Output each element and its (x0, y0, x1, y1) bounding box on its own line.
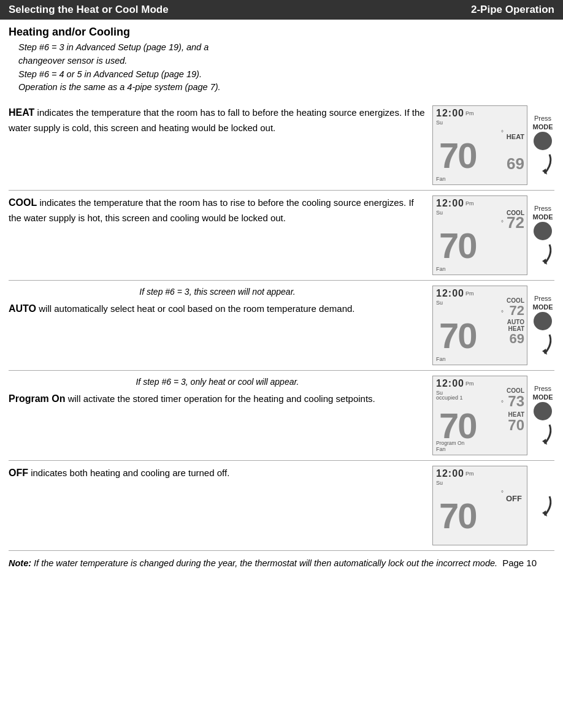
cool-setpoint-top: 72 (507, 213, 524, 232)
cool-degree: ° (501, 219, 504, 226)
note-keyword: Note: (9, 558, 31, 568)
program-italic-note: If step #6 = 3, only heat or cool will a… (9, 376, 426, 389)
heat-press-label: Press (534, 115, 551, 122)
cool-press-label: Press (534, 205, 551, 212)
cool-ampm: Pm (465, 200, 474, 207)
program-degree: ° (501, 400, 504, 406)
auto-degree: ° (501, 309, 504, 316)
program-mode-text-label: MODE (533, 393, 553, 401)
program-description: will activate the stored timer operation… (65, 393, 375, 404)
heat-mode-text-label: MODE (533, 123, 553, 131)
intro-line-1: Step #6 = 3 in Advanced Setup (page 19),… (18, 42, 209, 66)
svg-marker-3 (542, 439, 547, 445)
off-mode-label: OFF (506, 494, 522, 503)
program-fan: Fan (436, 446, 446, 452)
auto-keyword: AUTO (9, 303, 36, 314)
auto-mode-circle[interactable] (534, 312, 552, 330)
auto-right-labels: COOL 72 AUTO HEAT 69 (507, 297, 524, 346)
page-number: Page 10 (502, 558, 537, 568)
auto-lcd: 12:00 Pm Su ° COOL 72 AUTO HEAT 69 70 Fa… (432, 286, 527, 365)
heat-lcd-top: 12:00 Pm (433, 106, 527, 119)
program-mode-row: If step #6 = 3, only heat or cool will a… (9, 371, 554, 461)
program-mode-text: If step #6 = 3, only heat or cool will a… (9, 376, 432, 406)
off-arrow-icon (531, 493, 554, 518)
off-mode-button (531, 493, 554, 518)
program-arrow-icon (531, 422, 554, 446)
program-mode-button: Press MODE (531, 385, 554, 446)
heat-setpoint: 69 (507, 154, 524, 173)
auto-display-area: 12:00 Pm Su ° COOL 72 AUTO HEAT 69 70 Fa… (432, 286, 554, 365)
heat-description: indicates the temperature that the room … (9, 107, 425, 133)
auto-arrow-icon (531, 332, 554, 356)
auto-press-label: Press (534, 295, 551, 302)
program-lcd: 12:00 Pm Su occupied 1 ° COOL 73 HEAT 70… (432, 376, 527, 455)
heat-display-area: 12:00 Pm Su ° HEAT 70 69 Fan Press MODE (432, 105, 554, 185)
program-occupied: occupied 1 (436, 395, 463, 401)
heat-ampm: Pm (465, 110, 474, 116)
heat-keyword: HEAT (9, 107, 34, 118)
auto-description: will automatically select heat or cool b… (36, 303, 354, 314)
auto-time: 12:00 (436, 288, 464, 299)
cool-time: 12:00 (436, 198, 464, 209)
auto-day: Su (436, 300, 443, 306)
heat-mode-row: HEAT indicates the temperature that the … (9, 100, 554, 191)
off-lcd: 12:00 Pm Su ° OFF 70 (432, 466, 527, 545)
heat-degree: ° (501, 129, 504, 136)
off-lcd-top: 12:00 Pm (433, 466, 527, 479)
header-right: 2-Pipe Operation (471, 4, 554, 16)
program-heat-setpoint: 70 (507, 418, 524, 433)
heat-fan: Fan (436, 176, 446, 182)
off-day: Su (436, 480, 443, 486)
program-cool-setpoint: 73 (507, 394, 524, 409)
cool-display-area: 12:00 Pm Su ° COOL 72 70 Fan Press MODE (432, 195, 554, 275)
auto-italic-note: If step #6 = 3, this screen will not app… (9, 286, 426, 299)
off-big-temp: 70 (439, 498, 477, 534)
program-keyword: Program On (9, 393, 65, 404)
cool-mode-text-label: MODE (533, 213, 553, 221)
svg-marker-2 (542, 349, 547, 355)
off-mode-row: OFF indicates both heating and cooling a… (9, 461, 554, 551)
cool-keyword: COOL (9, 197, 37, 208)
program-mode-circle[interactable] (534, 402, 552, 420)
page-header: Selecting the Heat or Cool Mode 2-Pipe O… (0, 0, 563, 20)
auto-mode-text: If step #6 = 3, this screen will not app… (9, 286, 432, 316)
heat-mode-button: Press MODE (531, 115, 554, 176)
off-keyword: OFF (9, 468, 28, 478)
svg-marker-0 (542, 169, 547, 175)
cool-arrow-icon (531, 241, 554, 266)
heat-lcd: 12:00 Pm Su ° HEAT 70 69 Fan (432, 105, 527, 185)
cool-mode-circle[interactable] (534, 222, 552, 240)
note-text: If the water temperature is changed duri… (31, 558, 502, 568)
auto-big-temp: 70 (439, 318, 477, 354)
auto-auto-label: AUTO (507, 319, 524, 325)
cool-mode-row: COOL indicates the temperature that the … (9, 191, 554, 281)
heat-time: 12:00 (436, 108, 464, 119)
off-description: indicates both heating and cooling are t… (28, 468, 229, 478)
program-press-label: Press (534, 385, 551, 392)
svg-marker-4 (542, 510, 547, 517)
heat-mode-circle[interactable] (534, 132, 552, 150)
auto-cool-setpoint: 72 (507, 304, 524, 317)
auto-mode-row: If step #6 = 3, this screen will not app… (9, 281, 554, 371)
cool-mode-text: COOL indicates the temperature that the … (9, 195, 432, 225)
off-degree: ° (501, 490, 504, 496)
auto-mode-text-label: MODE (533, 303, 553, 311)
heat-day: Su (436, 119, 443, 126)
heat-mode-text: HEAT indicates the temperature that the … (9, 105, 432, 135)
auto-ampm: Pm (465, 290, 474, 297)
cool-day: Su (436, 210, 443, 216)
program-display-area: 12:00 Pm Su occupied 1 ° COOL 73 HEAT 70… (432, 376, 554, 455)
cool-description: indicates the temperature that the room … (9, 197, 414, 223)
header-left: Selecting the Heat or Cool Mode (9, 4, 169, 16)
cool-fan: Fan (436, 266, 446, 272)
cool-big-temp: 70 (439, 228, 477, 264)
off-ampm: Pm (465, 471, 474, 477)
intro-line-2: Step #6 = 4 or 5 in Advanced Setup (page… (18, 69, 221, 93)
program-time: 12:00 (436, 378, 464, 389)
section-title: Heating and/or Cooling (9, 26, 554, 39)
heat-mode-label: HEAT (507, 133, 524, 140)
intro-text: Step #6 = 3 in Advanced Setup (page 19),… (18, 41, 554, 94)
program-right-labels: COOL 73 HEAT 70 (507, 387, 524, 433)
off-mode-text: OFF indicates both heating and cooling a… (9, 466, 432, 481)
auto-fan: Fan (436, 356, 446, 362)
